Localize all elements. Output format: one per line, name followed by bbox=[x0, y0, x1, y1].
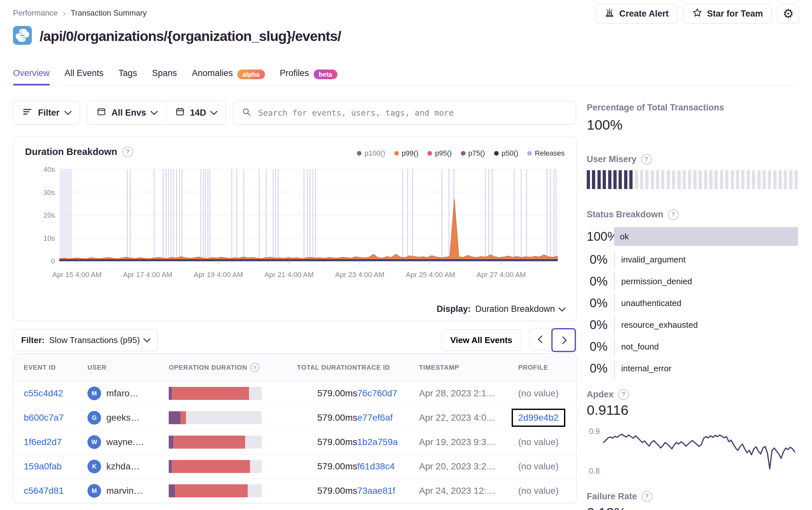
duration-breakdown-chart: 010s20s30s40sApr 15 4:00 AMApr 17 4:00 A… bbox=[21, 164, 570, 293]
status-label: resource_exhausted bbox=[614, 316, 798, 334]
create-alert-button[interactable]: Create Alert bbox=[596, 4, 677, 23]
user-misery-heading-row: User Misery ? bbox=[587, 154, 652, 165]
legend-label: p50() bbox=[501, 149, 518, 157]
previous-page-button[interactable] bbox=[529, 328, 552, 350]
misery-tick bbox=[736, 170, 739, 189]
table-row: 159a0fabKkzhda…579.00msf61d38c4Apr 20, 2… bbox=[13, 454, 576, 479]
status-label: internal_error bbox=[614, 360, 798, 378]
trace-id-link[interactable]: e77ef6af bbox=[357, 413, 393, 423]
trace-id-link[interactable]: f61d38c4 bbox=[357, 461, 395, 471]
status-label: invalid_argument bbox=[614, 251, 798, 269]
svg-text:0.8: 0.8 bbox=[589, 467, 600, 475]
chevron-down-icon bbox=[210, 108, 218, 115]
legend-label: Releases bbox=[535, 149, 564, 157]
misery-tick bbox=[784, 170, 787, 189]
svg-text:Apr 23 4:00 AM: Apr 23 4:00 AM bbox=[335, 271, 384, 279]
search-bar bbox=[233, 101, 576, 125]
settings-button[interactable]: ⚙ bbox=[778, 4, 799, 23]
event-id-link[interactable]: b600c7a7 bbox=[24, 413, 64, 423]
profile-link[interactable]: 2d99e4b2 bbox=[518, 413, 559, 423]
misery-tick bbox=[672, 170, 675, 189]
misery-tick bbox=[587, 170, 590, 189]
column-header-operation-duration: OPERATION DURATION? bbox=[169, 363, 281, 372]
trace-id-cell: f61d38c4 bbox=[357, 461, 419, 472]
tab-bar: OverviewAll EventsTagsSpansAnomaliesalph… bbox=[13, 67, 338, 86]
legend-dot bbox=[494, 151, 499, 156]
trace-id-link[interactable]: 76c760d7 bbox=[357, 388, 397, 398]
legend-item-p95[interactable]: p95() bbox=[428, 149, 452, 157]
events-toolbar: Filter: Slow Transactions (p95) View All… bbox=[13, 328, 576, 352]
column-header-label: TOTAL DURATION bbox=[297, 364, 357, 371]
event-id-link[interactable]: c55c4d42 bbox=[24, 388, 63, 398]
event-id-link[interactable]: 1f6ed2d7 bbox=[24, 437, 62, 447]
status-percent: 100% bbox=[587, 230, 608, 244]
misery-tick bbox=[752, 170, 755, 189]
status-row-invalid_argument: 0%invalid_argument bbox=[587, 249, 798, 271]
misery-tick bbox=[667, 170, 670, 189]
tab-overview[interactable]: Overview bbox=[13, 67, 50, 86]
search-icon bbox=[242, 107, 252, 118]
chevron-down-icon bbox=[150, 108, 158, 115]
legend-item-p50[interactable]: p50() bbox=[494, 149, 518, 157]
pct-total-value: 100% bbox=[587, 117, 622, 133]
display-dropdown[interactable]: Display: Duration Breakdown bbox=[437, 304, 564, 314]
date-range-label: 14D bbox=[190, 108, 206, 118]
tab-spans[interactable]: Spans bbox=[152, 67, 177, 86]
star-for-team-button[interactable]: Star for Team bbox=[683, 4, 772, 23]
op-duration-segment-purple bbox=[169, 460, 172, 473]
legend-dot bbox=[428, 151, 432, 156]
tab-anomalies[interactable]: Anomaliesalpha bbox=[192, 67, 265, 86]
op-duration-segment-red bbox=[180, 411, 186, 424]
display-label: Display: bbox=[437, 304, 471, 314]
misery-tick bbox=[709, 170, 713, 189]
page-filters: Filter All Envs 14D bbox=[13, 101, 576, 125]
date-range-selector[interactable]: 14D bbox=[166, 101, 226, 124]
trace-id-link[interactable]: 1b2a759a bbox=[357, 437, 398, 447]
view-all-events-button[interactable]: View All Events bbox=[441, 329, 521, 351]
misery-tick bbox=[651, 170, 654, 189]
star-icon bbox=[692, 7, 702, 20]
event-id-link[interactable]: 159a0fab bbox=[24, 461, 62, 471]
tab-label: Spans bbox=[152, 68, 177, 78]
window-icon bbox=[96, 107, 106, 119]
user-avatar: M bbox=[87, 387, 101, 400]
events-toolbar-right: View All Events bbox=[441, 328, 576, 352]
tab-all-events[interactable]: All Events bbox=[65, 67, 104, 86]
chevron-down-icon bbox=[64, 108, 72, 115]
misery-tick bbox=[768, 170, 771, 189]
transactions-filter-dropdown[interactable]: Filter: Slow Transactions (p95) bbox=[13, 329, 158, 351]
environment-selector[interactable]: All Envs bbox=[87, 101, 166, 124]
profile-cell: (no value) bbox=[518, 388, 566, 398]
apdex-chart-svg: 0.90.8 bbox=[587, 421, 798, 481]
legend-item-p100[interactable]: p100() bbox=[357, 149, 385, 157]
misery-tick bbox=[699, 170, 702, 189]
legend-label: p99() bbox=[402, 149, 418, 157]
breadcrumb-performance[interactable]: Performance bbox=[13, 8, 58, 18]
event-id-link[interactable]: c5647d81 bbox=[24, 486, 64, 496]
legend-item-Releases[interactable]: Releases bbox=[527, 149, 564, 157]
misery-tick bbox=[598, 170, 601, 189]
event-id-cell: c5647d81 bbox=[24, 486, 87, 496]
timestamp-cell: Apr 20, 2023 3:2… bbox=[419, 461, 518, 472]
misery-tick bbox=[762, 170, 766, 189]
beta-badge: beta bbox=[314, 69, 338, 79]
status-row-internal_error: 0%internal_error bbox=[587, 358, 798, 380]
user-cell: Kkzhda… bbox=[87, 460, 169, 473]
user-name: marvin… bbox=[106, 486, 143, 496]
status-label: permission_denied bbox=[614, 273, 798, 291]
next-page-button[interactable] bbox=[551, 328, 576, 352]
misery-tick bbox=[757, 170, 761, 189]
breadcrumb-chevron-icon: › bbox=[63, 7, 65, 19]
filter-label: Filter bbox=[38, 108, 59, 118]
legend-item-p99[interactable]: p99() bbox=[394, 149, 418, 157]
search-input[interactable] bbox=[257, 108, 567, 118]
duration-breakdown-panel: Duration Breakdown ? p100()p99()p95()p75… bbox=[13, 137, 577, 321]
trace-id-link[interactable]: 73aae81f bbox=[357, 486, 395, 496]
header-actions: Create Alert Star for Team ⚙ bbox=[596, 4, 799, 23]
filter-dropdown-button[interactable]: Filter bbox=[13, 101, 80, 125]
tab-profiles[interactable]: Profilesbeta bbox=[280, 67, 338, 86]
profile-cell: (no value) bbox=[518, 461, 566, 472]
tab-tags[interactable]: Tags bbox=[119, 67, 137, 86]
misery-tick bbox=[731, 170, 734, 189]
legend-item-p75[interactable]: p75() bbox=[461, 149, 485, 157]
